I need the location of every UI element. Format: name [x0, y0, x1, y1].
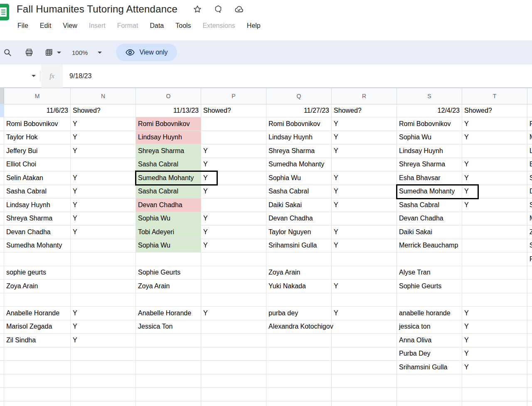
cell-Q9[interactable]: Devan Chadha — [266, 212, 332, 226]
cell-S8[interactable]: Sasha Cabral — [397, 198, 462, 212]
cell-S16[interactable]: anabelle horande — [397, 307, 462, 320]
cell-T15[interactable] — [462, 293, 527, 307]
cell-R19[interactable] — [332, 347, 397, 361]
cell-U16[interactable] — [527, 307, 532, 320]
cell-P2[interactable] — [201, 117, 266, 131]
cell-R12[interactable] — [332, 253, 397, 266]
cell-P19[interactable] — [201, 347, 266, 361]
cell-T1[interactable]: Showed? — [462, 104, 527, 117]
cell-N20[interactable] — [71, 361, 136, 374]
cell-P10[interactable]: Y — [201, 225, 266, 239]
cell-N4[interactable]: Y — [71, 144, 136, 158]
cell-R3[interactable]: Y — [332, 131, 397, 145]
cell-S15[interactable] — [397, 293, 462, 307]
cell-P8[interactable] — [201, 198, 266, 212]
cell-U22[interactable] — [527, 388, 532, 401]
cell-T6[interactable]: Y — [462, 171, 527, 185]
cell-M23[interactable] — [4, 401, 71, 406]
column-header-R[interactable]: R — [332, 88, 397, 104]
cell-U20[interactable] — [527, 361, 532, 374]
cell-S21[interactable] — [397, 374, 462, 388]
menu-data[interactable]: Data — [149, 21, 165, 31]
cell-N19[interactable] — [71, 347, 136, 361]
column-header-Q[interactable]: Q — [266, 88, 332, 104]
cell-P9[interactable]: Y — [201, 212, 266, 226]
cell-U11[interactable]: S — [527, 239, 532, 253]
cell-O12[interactable] — [136, 253, 201, 266]
cell-P11[interactable]: Y — [201, 239, 266, 253]
cell-M8[interactable]: Lindsay Huynh — [4, 198, 71, 212]
cell-T2[interactable]: Y — [462, 117, 527, 131]
cell-U1[interactable] — [527, 104, 532, 117]
cell-T21[interactable] — [462, 374, 527, 388]
paint-format-dropdown[interactable] — [44, 47, 61, 57]
cell-Q22[interactable] — [266, 388, 332, 401]
formula-bar-value[interactable]: 9/18/23 — [69, 72, 91, 80]
cell-N1[interactable]: Showed? — [71, 104, 136, 117]
cell-O15[interactable] — [136, 293, 201, 307]
cell-O21[interactable] — [136, 374, 201, 388]
cell-N14[interactable] — [71, 280, 136, 293]
cell-M12[interactable] — [4, 253, 71, 266]
cell-O5[interactable]: Sasha Cabral — [136, 158, 201, 172]
cell-U15[interactable] — [527, 293, 532, 307]
cell-O13[interactable]: Sophie Geurts — [136, 266, 201, 280]
cell-R13[interactable] — [332, 266, 397, 280]
cell-R21[interactable] — [332, 374, 397, 388]
cell-O16[interactable]: Anabelle Horande — [136, 307, 201, 320]
cell-O19[interactable] — [136, 347, 201, 361]
cell-T23[interactable] — [462, 401, 527, 406]
star-icon[interactable] — [192, 4, 202, 14]
cell-P14[interactable] — [201, 280, 266, 293]
cell-S22[interactable] — [397, 388, 462, 401]
cell-S9[interactable]: Devan Chadha — [397, 212, 462, 226]
cell-N7[interactable]: Y — [71, 185, 136, 199]
cell-M14[interactable]: Zoya Arain — [4, 280, 71, 293]
cell-O10[interactable]: Tobi Adeyeri — [136, 225, 201, 239]
cell-T14[interactable] — [462, 280, 527, 293]
cell-T16[interactable]: Y — [462, 307, 527, 320]
cell-T4[interactable] — [462, 144, 527, 158]
column-header-U[interactable] — [527, 88, 532, 104]
cell-P16[interactable]: Y — [201, 307, 266, 320]
cell-M20[interactable] — [4, 361, 71, 374]
cell-O8[interactable]: Devan Chadha — [136, 198, 201, 212]
cell-P22[interactable] — [201, 388, 266, 401]
cell-P21[interactable] — [201, 374, 266, 388]
cell-S18[interactable]: Anna Oliva — [397, 334, 462, 347]
cell-P23[interactable] — [201, 401, 266, 406]
cell-Q14[interactable]: Yuki Nakada — [266, 280, 332, 293]
cell-S5[interactable]: Shreya Sharma — [397, 158, 462, 172]
cell-O3[interactable]: Lindsay Huynh — [136, 131, 201, 145]
cell-M17[interactable]: Marisol Zegada — [4, 320, 71, 334]
cell-P18[interactable] — [201, 334, 266, 347]
cell-S6[interactable]: Esha Bhavsar — [397, 171, 462, 185]
cell-S10[interactable]: Daiki Sakai — [397, 225, 462, 239]
cell-M10[interactable]: Devan Chadha — [4, 225, 71, 239]
cell-O4[interactable]: Shreya Sharma — [136, 144, 201, 158]
column-header-M[interactable]: M — [4, 88, 71, 104]
label-plus-icon[interactable] — [213, 4, 223, 14]
cell-Q3[interactable]: Lindsay Huynh — [266, 131, 332, 145]
cell-R16[interactable]: Y — [332, 307, 397, 320]
cell-T3[interactable]: Y — [462, 131, 527, 145]
cell-T8[interactable]: Y — [462, 198, 527, 212]
cell-R9[interactable] — [332, 212, 397, 226]
cell-M3[interactable]: Taylor Hok — [4, 131, 71, 145]
column-header-O[interactable]: O — [136, 88, 201, 104]
cell-M4[interactable]: Jeffery Bui — [4, 144, 71, 158]
cell-M1[interactable]: 11/6/23 — [4, 104, 71, 117]
cell-N10[interactable]: Y — [71, 225, 136, 239]
cell-O22[interactable] — [136, 388, 201, 401]
cell-O18[interactable] — [136, 334, 201, 347]
cell-M9[interactable]: Shreya Sharma — [4, 212, 71, 226]
print-icon[interactable] — [24, 47, 34, 57]
cell-N22[interactable] — [71, 388, 136, 401]
cell-M5[interactable]: Elliot Choi — [4, 158, 71, 172]
cell-M13[interactable]: sophie geurts — [4, 266, 71, 280]
cell-R23[interactable] — [332, 401, 397, 406]
menu-help[interactable]: Help — [246, 21, 261, 31]
cell-Q19[interactable] — [266, 347, 332, 361]
cell-R17[interactable] — [332, 320, 397, 334]
cell-P15[interactable] — [201, 293, 266, 307]
